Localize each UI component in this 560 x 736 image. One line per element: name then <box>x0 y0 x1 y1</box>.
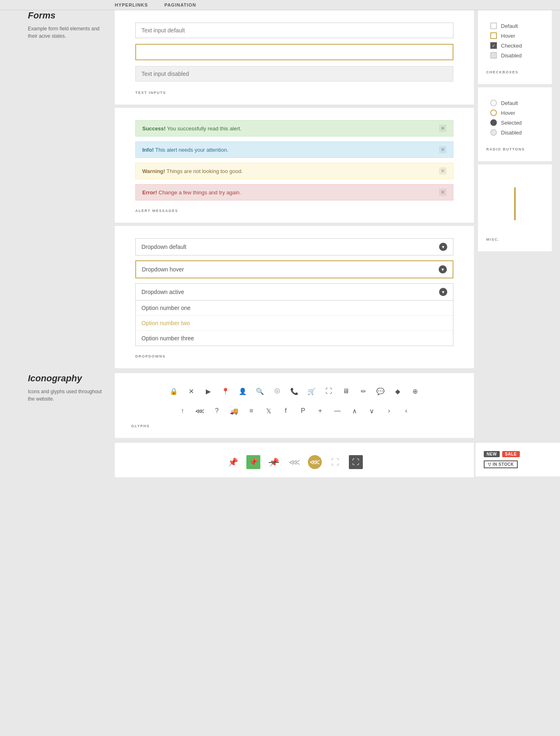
diamond-icon[interactable]: ◆ <box>392 385 403 397</box>
checkbox-hover[interactable] <box>490 32 497 39</box>
radio-hover[interactable] <box>490 109 497 116</box>
question-icon[interactable]: ? <box>211 405 223 417</box>
location-icon[interactable]: 📍 <box>220 385 231 397</box>
badge-row: NEW SALE <box>484 451 552 457</box>
phone-icon[interactable]: 📞 <box>289 385 300 397</box>
radio-selected-label: Selected <box>501 120 522 126</box>
dropdown-default-arrow: ▼ <box>439 243 447 251</box>
iconography-sidebar-section: Iconography Icons and glyphs used throug… <box>28 373 102 403</box>
chevron-right-icon[interactable]: › <box>383 405 395 417</box>
dropdowns-label: DROPDOWNS <box>135 351 453 360</box>
text-input-default[interactable] <box>135 23 453 38</box>
alerts-card: Success! You successfully read this aler… <box>115 108 474 223</box>
plus-icon[interactable]: + <box>314 405 326 417</box>
radio-disabled-label: Disabled <box>501 130 522 136</box>
checkboxes-label: CHECKBOXES <box>486 68 544 76</box>
radio-default[interactable] <box>490 100 497 106</box>
alert-warning-close[interactable]: ✕ <box>439 167 446 175</box>
radio-selected[interactable] <box>490 119 497 126</box>
checkboxes-card: Default Hover Checked Disabled <box>478 10 552 84</box>
add-circle-icon[interactable]: ⊕ <box>409 385 421 397</box>
dropdown-option-3[interactable]: Option number three <box>136 331 453 346</box>
instock-label: ▽ IN STOCK <box>488 462 514 467</box>
icons-right-spacer <box>474 373 560 440</box>
dropdown-active-arrow: ▼ <box>439 288 447 296</box>
topbar-pagination[interactable]: PAGINATION <box>164 2 196 7</box>
radio-buttons-card: Default Hover Selected Disabled <box>478 87 552 161</box>
alert-error-text: Error! Change a few things and try again… <box>142 189 241 196</box>
dropdown-active-menu: Option number one Option number two Opti… <box>135 301 453 346</box>
alert-success-close[interactable]: ✕ <box>439 125 446 132</box>
dropdown-hover-wrap: Dropdown hover ▼ <box>135 260 453 278</box>
icon-row-2: ↑ ⋘ ? 🚚 ≡ 𝕏 f P + — ∧ ∨ › ‹ <box>131 401 458 421</box>
minus-icon[interactable]: — <box>332 405 343 417</box>
dropdown-option-1[interactable]: Option number one <box>136 301 453 316</box>
topbar-hyperlinks[interactable]: HYPERLINKS <box>115 2 148 7</box>
iconography-sidebar: Iconography Icons and glyphs used throug… <box>0 373 115 440</box>
checkbox-default[interactable] <box>490 23 497 29</box>
target-icon[interactable]: ⦾ <box>271 385 283 397</box>
fullscreen-icon[interactable]: ⛶ <box>323 385 335 397</box>
truck-icon[interactable]: 🚚 <box>228 405 240 417</box>
dropdown-hover-arrow: ▼ <box>439 265 447 273</box>
radio-hover-label: Hover <box>501 110 515 116</box>
dropdown-hover[interactable]: Dropdown hover ▼ <box>135 260 453 278</box>
top-bar: HYPERLINKS PAGINATION <box>0 0 560 10</box>
text-input-active[interactable]: |Text input active <box>135 44 453 60</box>
glyph-row: 📌 📌 📌 ⋘ ⋘ ⛶ ⛶ <box>131 451 458 473</box>
misc-card: MISC. <box>478 164 552 251</box>
alert-info: Info! This alert needs your attention. ✕ <box>135 141 453 158</box>
radio-default-label: Default <box>501 100 518 106</box>
alert-info-message: This alert needs your attention. <box>155 147 229 153</box>
dropdown-option-2[interactable]: Option number two <box>136 316 453 331</box>
right-col: Default Hover Checked Disabled <box>474 10 560 370</box>
play-icon[interactable]: ▶ <box>203 385 214 397</box>
alerts-label: ALERT MESSAGES <box>135 205 453 214</box>
chevron-down-icon[interactable]: ∨ <box>366 405 378 417</box>
expand-active-icon[interactable]: ⛶ <box>349 455 363 469</box>
arrow-up-icon[interactable]: ↑ <box>177 405 188 417</box>
glyphs-center: 📌 📌 📌 ⋘ ⋘ ⛶ ⛶ <box>115 443 474 479</box>
menu-icon[interactable]: ≡ <box>246 405 257 417</box>
checkbox-default-label: Default <box>501 23 518 29</box>
forms-section: Forms Example form field elements and th… <box>0 10 560 370</box>
page-wrapper: HYPERLINKS PAGINATION Forms Example form… <box>0 0 560 736</box>
facebook-icon[interactable]: f <box>280 405 291 417</box>
pin-outline-icon[interactable]: 📌 <box>226 455 240 469</box>
glyphs-card: 📌 📌 📌 ⋘ ⋘ ⛶ ⛶ <box>115 443 474 477</box>
chevron-up-icon[interactable]: ∧ <box>349 405 360 417</box>
expand-outline-icon[interactable]: ⛶ <box>328 455 342 469</box>
close-icon[interactable]: ✕ <box>185 385 197 397</box>
alert-info-text: Info! This alert needs your attention. <box>142 147 228 153</box>
comment-icon[interactable]: 💬 <box>375 385 386 397</box>
user-icon[interactable]: 👤 <box>237 385 248 397</box>
twitter-icon[interactable]: 𝕏 <box>263 405 274 417</box>
share-icon[interactable]: ⋘ <box>194 405 205 417</box>
cart-icon[interactable]: 🛒 <box>306 385 317 397</box>
checkbox-hover-row: Hover <box>490 32 544 39</box>
search-icon[interactable]: 🔍 <box>254 385 266 397</box>
forms-sidebar: Forms Example form field elements and th… <box>0 10 115 370</box>
checkbox-checked[interactable] <box>490 42 497 49</box>
no-pin-icon[interactable]: 📌 <box>267 455 281 469</box>
radio-selected-row: Selected <box>490 119 544 126</box>
badge-new: NEW <box>484 451 500 457</box>
screen-icon[interactable]: 🖥 <box>340 385 352 397</box>
alert-success-message: You successfully read this alert. <box>167 125 241 132</box>
alert-info-close[interactable]: ✕ <box>439 146 446 153</box>
alert-success-text: Success! You successfully read this aler… <box>142 125 241 132</box>
badges-col: NEW SALE ▽ IN STOCK <box>474 443 560 479</box>
lock-icon[interactable]: 🔒 <box>168 385 180 397</box>
dropdown-active[interactable]: Dropdown active ▼ <box>135 283 453 301</box>
alert-error-close[interactable]: ✕ <box>439 189 446 196</box>
text-inputs-card: |Text input active TEXT INPUTS <box>115 10 474 105</box>
pinterest-icon[interactable]: P <box>297 405 309 417</box>
pencil-icon[interactable]: ✏ <box>357 385 369 397</box>
alert-success-label: Success! <box>142 125 166 132</box>
dropdowns-card: Dropdown default ▼ Dropdown hover ▼ Drop… <box>115 226 474 368</box>
share-active-icon[interactable]: ⋘ <box>308 455 322 469</box>
dropdown-default[interactable]: Dropdown default ▼ <box>135 238 453 255</box>
share-outline-icon[interactable]: ⋘ <box>287 455 301 469</box>
pin-active-icon[interactable]: 📌 <box>246 455 260 469</box>
chevron-left-icon[interactable]: ‹ <box>401 405 412 417</box>
